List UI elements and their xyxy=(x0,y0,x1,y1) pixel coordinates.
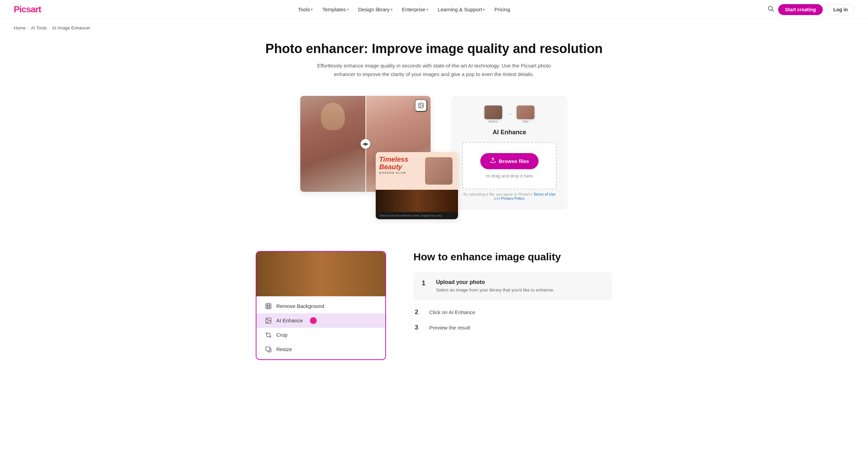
upload-panel: Before → After AI Enhance Browse files o… xyxy=(451,96,568,210)
ad-card-footer: Discover the full collection online. Sup… xyxy=(376,212,458,219)
breadcrumb-home[interactable]: Home xyxy=(14,25,26,30)
breadcrumb-sep-1: › xyxy=(28,26,29,30)
steps-section: How to enhance image quality 1 Upload yo… xyxy=(413,251,612,360)
svg-line-1 xyxy=(772,10,774,12)
tool-menu: Remove Background AI Enhance xyxy=(256,296,385,359)
step-2: 2 Click on AI Enhance xyxy=(413,305,612,320)
chevron-down-icon: ▾ xyxy=(347,8,349,11)
step-1-title: Upload your photo xyxy=(436,279,554,285)
resize-icon xyxy=(265,346,272,353)
ai-enhance-preview: Before → After xyxy=(462,105,557,123)
browse-files-button[interactable]: Browse files xyxy=(480,153,539,169)
arrow-icon: → xyxy=(506,111,513,118)
ad-footer-text: Discover the full collection online. Sup… xyxy=(380,214,454,217)
svg-rect-8 xyxy=(266,347,270,351)
preview-after-label: After xyxy=(522,120,529,123)
breadcrumb-ai-tools[interactable]: AI Tools xyxy=(31,25,47,30)
drag-drop-text: or drag and drop it here xyxy=(486,173,533,178)
upload-icon xyxy=(490,157,496,165)
page-title: Photo enhancer: Improve image quality an… xyxy=(14,41,854,56)
ad-card-image xyxy=(376,190,458,212)
navbar: Picsart Tools ▾ Templates ▾ Design libra… xyxy=(0,0,868,19)
ad-subtitle: MODERN GLOW xyxy=(379,171,408,174)
step-3-title: Preview the result xyxy=(429,325,470,331)
chevron-down-icon: ▾ xyxy=(483,8,485,11)
tool-menu-item-crop[interactable]: Crop xyxy=(256,328,385,342)
tool-mockup: Remove Background AI Enhance xyxy=(256,251,386,360)
ad-card-top: Timeless Beauty MODERN GLOW xyxy=(376,152,458,190)
nav-actions: Start creating Log in xyxy=(767,4,854,15)
crop-icon xyxy=(265,331,272,339)
tool-menu-item-ai-enhance[interactable]: AI Enhance xyxy=(256,313,385,328)
active-indicator-dot xyxy=(310,317,317,324)
compare-before-image xyxy=(300,96,365,192)
hero-section: Photo enhancer: Improve image quality an… xyxy=(0,33,868,79)
nav-link-design-library[interactable]: Design library ▾ xyxy=(358,7,393,12)
step-3-number: 3 xyxy=(415,324,423,331)
ad-title-line2: Beauty xyxy=(379,163,408,171)
step-1-card: 1 Upload your photo Select an image from… xyxy=(413,272,612,300)
svg-point-3 xyxy=(420,104,420,105)
how-to-title: How to enhance image quality xyxy=(413,251,612,263)
mockup-image xyxy=(256,252,385,296)
step-1-content: Upload your photo Select an image from y… xyxy=(436,279,554,294)
how-section: Remove Background AI Enhance xyxy=(228,231,640,381)
chevron-down-icon: ▾ xyxy=(426,8,428,11)
step-1-number: 1 xyxy=(422,279,430,287)
ai-enhance-icon xyxy=(265,317,272,324)
breadcrumb-current: AI Image Enhancer xyxy=(52,25,90,30)
nav-link-pricing[interactable]: Pricing xyxy=(494,7,510,12)
step-1-desc: Select an image from your library that y… xyxy=(436,287,554,294)
nav-link-learning[interactable]: Learning & Support ▾ xyxy=(438,7,485,12)
tool-menu-item-remove-bg[interactable]: Remove Background xyxy=(256,299,385,313)
terms-text: By uploading a file, you agree to Picsar… xyxy=(462,192,557,200)
svg-point-7 xyxy=(267,319,268,320)
crop-label: Crop xyxy=(276,332,288,338)
remove-bg-icon xyxy=(265,302,272,310)
preview-before-wrap: Before xyxy=(484,105,502,123)
tool-menu-item-resize[interactable]: Resize xyxy=(256,342,385,357)
svg-rect-5 xyxy=(266,303,271,309)
step-2-number: 2 xyxy=(415,309,423,316)
preview-before-label: Before xyxy=(489,120,498,123)
chevron-down-icon: ▾ xyxy=(311,8,313,11)
demo-section: ◀▶ Timeless Beauty MODERN GLOW Discov xyxy=(228,92,640,231)
nav-link-enterprise[interactable]: Enterprise ▾ xyxy=(402,7,428,12)
remove-bg-label: Remove Background xyxy=(276,303,324,309)
demo-left: ◀▶ Timeless Beauty MODERN GLOW Discov xyxy=(300,96,431,192)
upload-preview-button[interactable] xyxy=(415,99,427,112)
search-icon[interactable] xyxy=(767,5,774,14)
ai-enhance-title: AI Enhance xyxy=(462,129,557,136)
nav-logo[interactable]: Picsart xyxy=(14,4,41,15)
step-3: 3 Preview the result xyxy=(413,320,612,335)
nav-link-tools[interactable]: Tools ▾ xyxy=(298,7,313,12)
privacy-policy-link[interactable]: Privacy Policy xyxy=(501,196,524,200)
start-creating-button[interactable]: Start creating xyxy=(778,4,823,15)
drop-zone[interactable]: Browse files or drag and drop it here xyxy=(462,142,557,189)
step-2-title: Click on AI Enhance xyxy=(429,309,475,315)
nav-links: Tools ▾ Templates ▾ Design library ▾ Ent… xyxy=(298,7,510,12)
preview-before-thumb xyxy=(484,105,502,119)
terms-of-use-link[interactable]: Terms of Use xyxy=(533,192,556,196)
hero-description: Effortlessly enhance image quality in se… xyxy=(311,62,557,79)
preview-after-thumb xyxy=(517,105,534,119)
resize-label: Resize xyxy=(276,346,292,352)
breadcrumb-sep-2: › xyxy=(49,26,50,30)
preview-after-wrap: After xyxy=(517,105,534,123)
ai-enhance-label: AI Enhance xyxy=(276,318,303,323)
ad-title-line1: Timeless xyxy=(379,156,408,163)
ad-card: Timeless Beauty MODERN GLOW Discover the… xyxy=(376,152,458,219)
breadcrumb: Home › AI Tools › AI Image Enhancer xyxy=(0,19,868,33)
chevron-down-icon: ▾ xyxy=(391,8,393,11)
compare-handle[interactable]: ◀▶ xyxy=(361,139,370,149)
log-in-button[interactable]: Log in xyxy=(827,4,854,15)
nav-link-templates[interactable]: Templates ▾ xyxy=(322,7,348,12)
